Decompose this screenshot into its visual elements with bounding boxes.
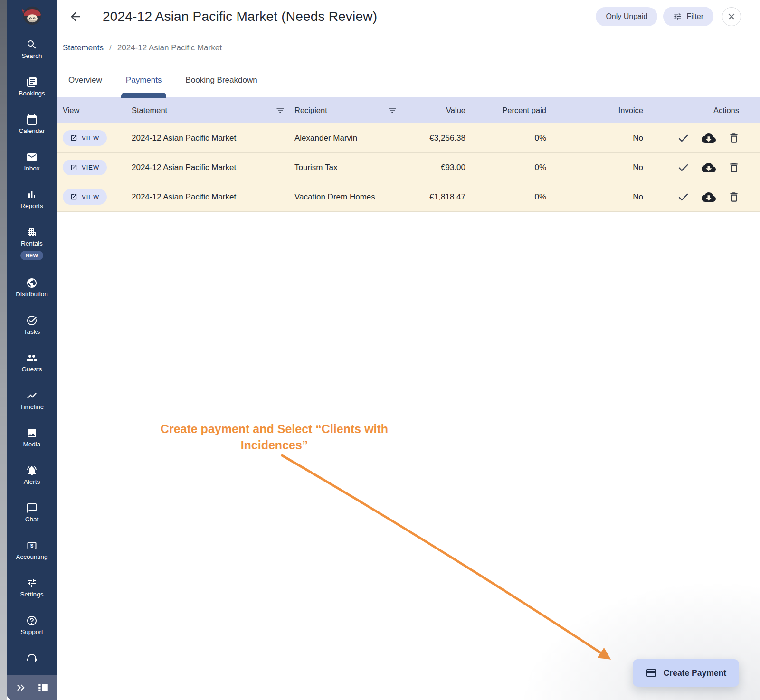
column-header-actions: Actions (651, 106, 760, 115)
sidebar-label: Chat (25, 516, 39, 523)
download-button[interactable] (702, 190, 716, 204)
delete-button[interactable] (728, 191, 740, 203)
media-icon (26, 427, 38, 439)
only-unpaid-button[interactable]: Only Unpaid (596, 7, 657, 26)
table-header-row: View Statement Recipient Value Percent p… (57, 97, 760, 123)
check-icon (677, 132, 690, 144)
create-payment-button[interactable]: Create Payment (633, 659, 739, 687)
invoice-cell: No (551, 163, 651, 172)
view-button[interactable]: VIEW (63, 130, 107, 146)
column-header-recipient: Recipient (294, 105, 404, 115)
check-icon (677, 190, 690, 203)
trash-icon (728, 191, 740, 203)
recipient-filter-icon[interactable] (388, 105, 397, 115)
collapse-sidebar-icon[interactable] (14, 681, 27, 694)
sidebar-item-media[interactable]: Media (23, 427, 41, 448)
svg-text:$: $ (30, 543, 33, 549)
column-header-statement: Statement (132, 105, 294, 115)
percent-paid-cell: 0% (470, 163, 551, 172)
tab-overview[interactable]: Overview (67, 72, 103, 89)
tab-booking-breakdown[interactable]: Booking Breakdown (184, 72, 258, 89)
actions-cell (651, 131, 760, 145)
sidebar-item-bookings[interactable]: Bookings (19, 76, 45, 97)
table-row: VIEW 2024-12 Asian Pacific Market Vacati… (57, 182, 760, 212)
tasks-icon (26, 315, 38, 326)
sidebar-label: Tasks (24, 329, 40, 335)
sidebar-label: Distribution (16, 291, 48, 298)
sidebar-item-inbox[interactable]: Inbox (24, 151, 39, 172)
table-row: VIEW 2024-12 Asian Pacific Market Touris… (57, 153, 760, 182)
back-arrow-button[interactable] (68, 9, 83, 24)
back-arrow-icon (68, 9, 83, 24)
new-badge: NEW (20, 251, 44, 260)
chat-icon (26, 502, 38, 514)
sidebar-item-partial[interactable] (26, 653, 38, 664)
sidebar-label: Settings (20, 591, 44, 598)
bookings-icon (26, 76, 38, 88)
cloud-download-icon (702, 161, 716, 175)
delete-button[interactable] (728, 132, 740, 144)
sidebar-label: Alerts (24, 479, 40, 485)
sidebar-label: Rentals (21, 240, 43, 247)
approve-button[interactable] (677, 190, 690, 203)
window-edge (0, 0, 7, 700)
sidebar-label: Calendar (19, 128, 45, 134)
sidebar-item-distribution[interactable]: Distribution (16, 277, 48, 298)
cloud-download-icon (702, 190, 716, 204)
approve-button[interactable] (677, 161, 690, 174)
tab-payments[interactable]: Payments (125, 72, 163, 89)
statement-cell: 2024-12 Asian Pacific Market (132, 133, 294, 143)
settings-icon (26, 577, 38, 589)
statement-filter-icon[interactable] (276, 105, 285, 115)
sidebar-item-chat[interactable]: Chat (25, 502, 39, 523)
sidebar-label: Support (20, 629, 43, 635)
create-payment-label: Create Payment (664, 668, 726, 678)
actions-cell (651, 161, 760, 175)
view-button-label: VIEW (82, 134, 99, 142)
search-icon (26, 39, 38, 50)
invoice-cell: No (551, 192, 651, 202)
download-button[interactable] (702, 161, 716, 175)
approve-button[interactable] (677, 132, 690, 144)
view-button[interactable]: VIEW (63, 189, 107, 205)
download-button[interactable] (702, 131, 716, 145)
statement-cell: 2024-12 Asian Pacific Market (132, 192, 294, 202)
sidebar-item-timeline[interactable]: Timeline (20, 390, 44, 410)
sidebar-label: Media (23, 441, 41, 448)
sidebar-item-search[interactable]: Search (22, 39, 42, 59)
inbox-icon (26, 151, 38, 163)
sidebar-item-rentals[interactable]: Rentals NEW (20, 227, 44, 260)
breadcrumb-statements-link[interactable]: Statements (63, 43, 104, 53)
column-label: Recipient (294, 106, 327, 115)
sidebar-item-tasks[interactable]: Tasks (24, 315, 40, 335)
sidebar-item-support[interactable]: Support (20, 615, 43, 635)
calendar-icon (26, 114, 38, 125)
breadcrumb-current: 2024-12 Asian Pacific Market (117, 43, 222, 53)
sidebar-item-accounting[interactable]: $ Accounting (16, 540, 48, 560)
filter-button[interactable]: Filter (663, 7, 713, 26)
sidebar-item-alerts[interactable]: Alerts (24, 465, 40, 485)
filter-label: Filter (686, 12, 703, 21)
sidebar-item-guests[interactable]: Guests (22, 352, 42, 373)
sidebar-item-calendar[interactable]: Calendar (19, 114, 45, 134)
delete-button[interactable] (728, 161, 740, 174)
sidebar-item-settings[interactable]: Settings (20, 577, 44, 598)
percent-paid-cell: 0% (470, 192, 551, 202)
recipient-cell: Alexander Marvin (294, 133, 404, 143)
agent-icon (26, 653, 38, 664)
view-button[interactable]: VIEW (63, 160, 107, 175)
close-button[interactable] (722, 7, 741, 26)
alerts-icon (26, 465, 38, 476)
ninja-logo-icon[interactable] (21, 5, 43, 27)
actions-cell (651, 190, 760, 204)
column-header-value: Value (404, 106, 470, 115)
tab-bar: Overview Payments Booking Breakdown (57, 63, 760, 97)
sidebar-label: Accounting (16, 554, 48, 560)
value-cell: €3,256.38 (404, 133, 470, 143)
layout-panel-icon[interactable] (37, 681, 49, 694)
sidebar-label: Reports (20, 203, 43, 209)
statement-cell: 2024-12 Asian Pacific Market (132, 163, 294, 172)
sidebar-item-reports[interactable]: Reports (20, 189, 43, 209)
sidebar-label: Search (22, 53, 42, 59)
recipient-cell: Vacation Drem Homes (294, 192, 404, 202)
